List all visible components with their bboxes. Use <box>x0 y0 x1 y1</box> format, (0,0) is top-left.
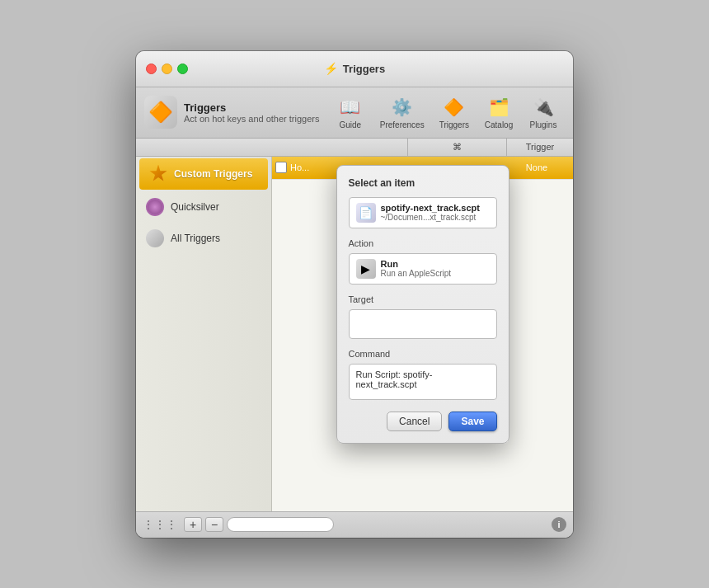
custom-triggers-icon <box>149 165 167 183</box>
save-button[interactable]: Save <box>448 412 496 431</box>
toolbar-buttons: 📖 Guide ⚙️ Preferences 🔶 Triggers 🗂️ Cat… <box>329 92 565 133</box>
sidebar-item-all-triggers[interactable]: All Triggers <box>136 223 271 254</box>
catalog-icon: 🗂️ <box>487 96 510 119</box>
quicksilver-icon <box>146 198 164 216</box>
triggers-label: Triggers <box>439 120 469 129</box>
dialog-target-field[interactable] <box>349 309 497 339</box>
dialog-file-info: spotify-next_track.scpt ~/Documen...xt_t… <box>381 203 480 222</box>
dialog-buttons: Cancel Save <box>349 412 497 431</box>
content-area: Ho... None Select an item 📄 spotify-next… <box>272 157 573 511</box>
plugins-icon: 🔌 <box>532 96 555 119</box>
guide-icon: 📖 <box>339 96 362 119</box>
dialog-title: Select an item <box>349 177 497 189</box>
sidebar-item-all-triggers-label: All Triggers <box>171 233 220 244</box>
app-desc: Act on hot keys and other triggers <box>184 114 326 124</box>
title-bar: ⚡ Triggers <box>136 51 573 87</box>
dialog: Select an item 📄 spotify-next_track.scpt… <box>336 165 509 444</box>
minimize-button[interactable] <box>162 64 172 74</box>
dialog-file-icon: 📄 <box>356 203 376 223</box>
toolbar-btn-catalog[interactable]: 🗂️ Catalog <box>477 92 520 133</box>
col-header-trigger: Trigger <box>507 139 573 156</box>
maximize-button[interactable] <box>177 64 188 74</box>
dialog-action-desc: Run an AppleScript <box>381 269 452 278</box>
remove-trigger-button[interactable]: − <box>205 517 223 532</box>
toolbar-btn-preferences[interactable]: ⚙️ Preferences <box>373 92 431 133</box>
toolbar: 🔶 Triggers Act on hot keys and other tri… <box>136 87 573 139</box>
triggers-icon: 🔶 <box>443 96 466 119</box>
main-window: ⚡ Triggers 🔶 Triggers Act on hot keys an… <box>136 51 573 538</box>
dialog-action-info: Run Run an AppleScript <box>381 259 452 278</box>
toolbar-btn-plugins[interactable]: 🔌 Plugins <box>522 92 565 133</box>
dialog-target-label: Target <box>349 294 497 304</box>
sidebar-item-custom-triggers[interactable]: Custom Triggers <box>139 158 268 190</box>
dialog-file-path: ~/Documen...xt_track.scpt <box>381 213 480 222</box>
column-headers: ⌘ Trigger <box>136 139 573 157</box>
catalog-label: Catalog <box>485 120 513 129</box>
col-header-shortcut: ⌘ <box>408 139 507 156</box>
dialog-action-item: ▶ Run Run an AppleScript <box>349 253 497 285</box>
column-lines-icon: ⋮⋮⋮ <box>143 518 177 531</box>
toolbar-btn-guide[interactable]: 📖 Guide <box>329 92 372 133</box>
cancel-button[interactable]: Cancel <box>387 412 442 431</box>
sidebar-item-custom-triggers-label: Custom Triggers <box>174 168 252 180</box>
app-icon: 🔶 <box>144 96 177 129</box>
app-name: Triggers <box>184 101 326 114</box>
all-triggers-icon <box>146 229 164 247</box>
dialog-action-icon: ▶ <box>356 259 376 279</box>
bottom-bar: ⋮⋮⋮ + − 🔍 i <box>136 511 573 538</box>
search-input[interactable] <box>227 517 334 532</box>
window-title: ⚡ Triggers <box>324 62 385 75</box>
preferences-icon: ⚙️ <box>391 96 414 119</box>
plugins-label: Plugins <box>530 120 557 129</box>
dialog-command-field: Run Script: spotify-next_track.scpt <box>349 364 497 400</box>
info-button[interactable]: i <box>552 517 566 532</box>
search-wrap: 🔍 <box>227 517 334 532</box>
main-content: Custom Triggers Quicksilver All Triggers… <box>136 157 573 511</box>
app-info: Triggers Act on hot keys and other trigg… <box>184 101 326 124</box>
close-button[interactable] <box>146 64 157 74</box>
guide-label: Guide <box>339 120 361 129</box>
add-trigger-button[interactable]: + <box>184 517 202 532</box>
dialog-file-name: spotify-next_track.scpt <box>381 203 480 213</box>
sidebar-item-quicksilver-label: Quicksilver <box>171 201 219 213</box>
col-header-name-spacer <box>136 139 408 156</box>
sidebar: Custom Triggers Quicksilver All Triggers <box>136 157 272 511</box>
dialog-action-section-label: Action <box>349 238 497 248</box>
preferences-label: Preferences <box>380 120 425 129</box>
toolbar-btn-triggers[interactable]: 🔶 Triggers <box>433 92 476 133</box>
traffic-lights <box>146 64 188 74</box>
dialog-command-label: Command <box>349 349 497 359</box>
dialog-action-name: Run <box>381 259 452 269</box>
modal-overlay: Select an item 📄 spotify-next_track.scpt… <box>272 157 573 511</box>
sidebar-item-quicksilver[interactable]: Quicksilver <box>136 191 271 223</box>
dialog-file-item[interactable]: 📄 spotify-next_track.scpt ~/Documen...xt… <box>349 197 497 228</box>
title-icon: ⚡ <box>324 62 338 75</box>
